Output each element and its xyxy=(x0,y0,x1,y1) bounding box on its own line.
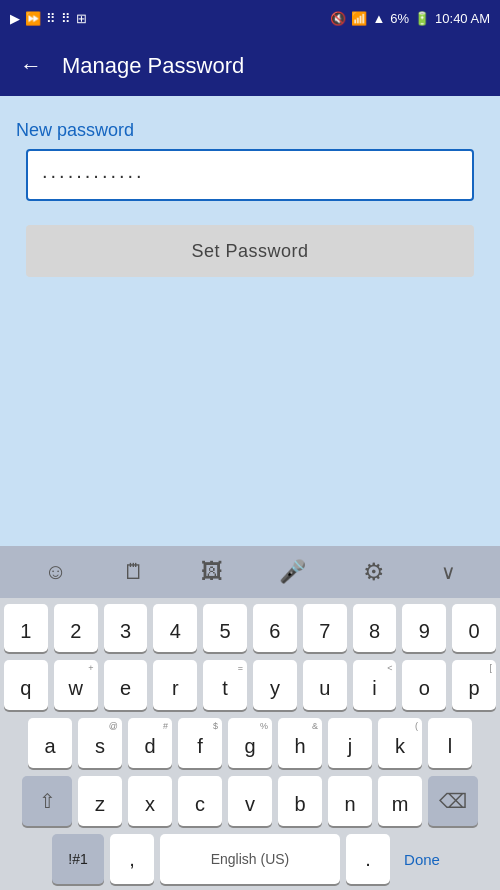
key-x[interactable]: x xyxy=(128,776,172,826)
key-6[interactable]: 6 xyxy=(253,604,297,652)
period-key[interactable]: . xyxy=(346,834,390,884)
signal-icon: ▲ xyxy=(372,11,385,26)
key-k[interactable]: (k xyxy=(378,718,422,768)
key-u[interactable]: u xyxy=(303,660,347,710)
keyboard-toolbar: ☺ 🗒 🖼 🎤 ⚙ ∨ xyxy=(0,546,500,598)
key-j[interactable]: j xyxy=(328,718,372,768)
new-password-field-group: New password xyxy=(16,120,484,201)
time-display: 10:40 AM xyxy=(435,11,490,26)
key-g[interactable]: %g xyxy=(228,718,272,768)
backspace-key[interactable]: ⌫ xyxy=(428,776,478,826)
period-label: . xyxy=(365,848,371,871)
keyboard-row-asdf: a @s #d $f %g &h j (k l xyxy=(4,718,496,768)
key-3[interactable]: 3 xyxy=(104,604,148,652)
keyboard-row-bottom: !#1 , English (US) . Done xyxy=(4,834,496,884)
symbols-key[interactable]: !#1 xyxy=(52,834,104,884)
key-r[interactable]: r xyxy=(153,660,197,710)
key-v[interactable]: v xyxy=(228,776,272,826)
on-screen-keyboard: ☺ 🗒 🖼 🎤 ⚙ ∨ 1 2 3 4 5 6 7 8 9 0 q +w e r… xyxy=(0,546,500,890)
battery-icon: 🔋 xyxy=(414,11,430,26)
key-c[interactable]: c xyxy=(178,776,222,826)
play-icon: ▶ xyxy=(10,11,20,26)
comma-key[interactable]: , xyxy=(110,834,154,884)
keyboard-row-zxcvbnm: ⇧ z x c v b n m ⌫ xyxy=(4,776,496,826)
key-0[interactable]: 0 xyxy=(452,604,496,652)
symbols-label: !#1 xyxy=(68,851,87,867)
key-5[interactable]: 5 xyxy=(203,604,247,652)
keyboard-rows: 1 2 3 4 5 6 7 8 9 0 q +w e r =t y u <i o… xyxy=(0,598,500,886)
input-wrapper xyxy=(16,149,484,201)
comma-label: , xyxy=(129,848,135,871)
status-bar-right: 🔇 📶 ▲ 6% 🔋 10:40 AM xyxy=(330,11,490,26)
password-input[interactable] xyxy=(26,149,474,201)
key-i[interactable]: <i xyxy=(353,660,397,710)
image-icon[interactable]: 🖼 xyxy=(201,559,223,585)
mic-icon[interactable]: 🎤 xyxy=(279,559,306,585)
key-w[interactable]: +w xyxy=(54,660,98,710)
grid2-icon: ⠿ xyxy=(61,11,71,26)
key-t[interactable]: =t xyxy=(203,660,247,710)
keyboard-row-qwerty: q +w e r =t y u <i o [p xyxy=(4,660,496,710)
key-2[interactable]: 2 xyxy=(54,604,98,652)
status-bar-left: ▶ ⏩ ⠿ ⠿ ⊞ xyxy=(10,11,87,26)
key-m[interactable]: m xyxy=(378,776,422,826)
backspace-icon: ⌫ xyxy=(439,789,467,813)
key-8[interactable]: 8 xyxy=(353,604,397,652)
keyboard-row-numbers: 1 2 3 4 5 6 7 8 9 0 xyxy=(4,604,496,652)
content-area: New password Set Password xyxy=(0,96,500,546)
battery-percent: 6% xyxy=(390,11,409,26)
emoji-icon[interactable]: ☺ xyxy=(44,559,66,585)
key-b[interactable]: b xyxy=(278,776,322,826)
key-y[interactable]: y xyxy=(253,660,297,710)
key-p[interactable]: [p xyxy=(452,660,496,710)
key-q[interactable]: q xyxy=(4,660,48,710)
key-n[interactable]: n xyxy=(328,776,372,826)
key-d[interactable]: #d xyxy=(128,718,172,768)
back-button[interactable]: ← xyxy=(16,49,46,83)
key-4[interactable]: 4 xyxy=(153,604,197,652)
shift-icon: ⇧ xyxy=(39,789,56,813)
done-label: Done xyxy=(404,851,440,868)
key-s[interactable]: @s xyxy=(78,718,122,768)
key-z[interactable]: z xyxy=(78,776,122,826)
clipboard-icon[interactable]: 🗒 xyxy=(123,559,145,585)
done-key[interactable]: Done xyxy=(396,834,448,884)
space-label: English (US) xyxy=(211,851,290,867)
space-key[interactable]: English (US) xyxy=(160,834,340,884)
key-a[interactable]: a xyxy=(28,718,72,768)
key-o[interactable]: o xyxy=(402,660,446,710)
wifi-icon: 📶 xyxy=(351,11,367,26)
key-e[interactable]: e xyxy=(104,660,148,710)
set-password-button[interactable]: Set Password xyxy=(26,225,474,277)
key-1[interactable]: 1 xyxy=(4,604,48,652)
key-l[interactable]: l xyxy=(428,718,472,768)
key-9[interactable]: 9 xyxy=(402,604,446,652)
shift-key[interactable]: ⇧ xyxy=(22,776,72,826)
page-title: Manage Password xyxy=(62,53,244,79)
chevron-down-icon[interactable]: ∨ xyxy=(441,560,456,584)
key-h[interactable]: &h xyxy=(278,718,322,768)
key-f[interactable]: $f xyxy=(178,718,222,768)
gear-icon[interactable]: ⚙ xyxy=(363,558,385,586)
grid-icon: ⠿ xyxy=(46,11,56,26)
forward-icon: ⏩ xyxy=(25,11,41,26)
new-password-label: New password xyxy=(16,120,484,141)
signal2-icon: ⊞ xyxy=(76,11,87,26)
key-7[interactable]: 7 xyxy=(303,604,347,652)
header: ← Manage Password xyxy=(0,36,500,96)
status-bar: ▶ ⏩ ⠿ ⠿ ⊞ 🔇 📶 ▲ 6% 🔋 10:40 AM xyxy=(0,0,500,36)
mute-icon: 🔇 xyxy=(330,11,346,26)
